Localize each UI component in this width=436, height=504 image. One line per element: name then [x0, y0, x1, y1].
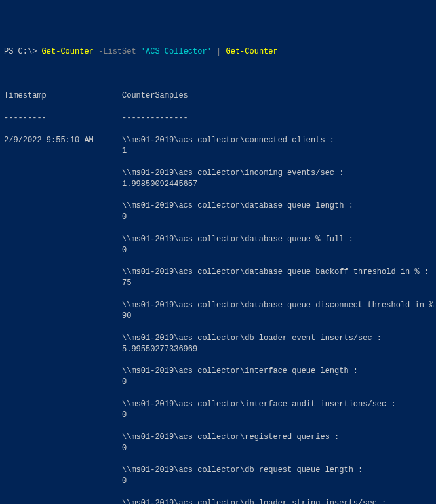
counter-path: \\ms01-2019\acs collector\database queue…	[122, 234, 436, 245]
counter-value: 90	[122, 311, 436, 322]
header-timestamp: Timestamp	[4, 90, 122, 102]
counter-value: 0	[122, 476, 436, 487]
counter-path: \\ms01-2019\acs collector\registered que…	[122, 432, 436, 443]
param-listset: -ListSet	[94, 47, 141, 56]
counter-value: 5.99550277336969	[122, 344, 436, 355]
header-countersamples: CounterSamples	[122, 90, 432, 102]
header-row: TimestampCounterSamples	[4, 90, 432, 102]
counter-value: 1	[122, 145, 436, 157]
arg-acs-collector: 'ACS Collector'	[141, 47, 212, 56]
counter-value: 0	[122, 443, 436, 454]
counter-value: 75	[122, 278, 436, 289]
data-row: 2/9/2022 9:55:10 AM\\ms01-2019\acs colle…	[4, 135, 432, 504]
divider-samples: --------------	[122, 113, 432, 124]
blank-line	[4, 69, 432, 80]
cmdlet-get-counter-1: Get-Counter	[42, 47, 94, 56]
counter-path: \\ms01-2019\acs collector\db request que…	[122, 465, 436, 476]
counter-path: \\ms01-2019\acs collector\interface queu…	[122, 366, 436, 377]
counter-value: 0	[122, 377, 436, 388]
divider-row: -----------------------	[4, 113, 432, 124]
counter-path: \\ms01-2019\acs collector\interface audi…	[122, 399, 436, 410]
counter-path: \\ms01-2019\acs collector\database queue…	[122, 300, 436, 311]
counter-path: \\ms01-2019\acs collector\db loader even…	[122, 333, 436, 344]
counter-path: \\ms01-2019\acs collector\db loader stri…	[122, 498, 436, 504]
pipe: |	[212, 47, 226, 56]
counter-path: \\ms01-2019\acs collector\database queue…	[122, 201, 436, 212]
divider-timestamp: ---------	[4, 113, 122, 124]
counter-path: \\ms01-2019\acs collector\connected clie…	[122, 135, 436, 146]
counter-value: 0	[122, 245, 436, 256]
timestamp-value: 2/9/2022 9:55:10 AM	[4, 135, 122, 504]
command-line: PS C:\> Get-Counter -ListSet 'ACS Collec…	[4, 47, 432, 58]
samples-container: \\ms01-2019\acs collector\connected clie…	[122, 135, 436, 504]
counter-path: \\ms01-2019\acs collector\database queue…	[122, 267, 436, 278]
counter-value: 0	[122, 212, 436, 223]
counter-value: 0	[122, 410, 436, 421]
prompt: PS C:\>	[4, 47, 42, 56]
counter-path: \\ms01-2019\acs collector\incoming event…	[122, 168, 436, 179]
cmdlet-get-counter-2: Get-Counter	[226, 47, 277, 56]
counter-value: 1.99850092445657	[122, 179, 436, 190]
